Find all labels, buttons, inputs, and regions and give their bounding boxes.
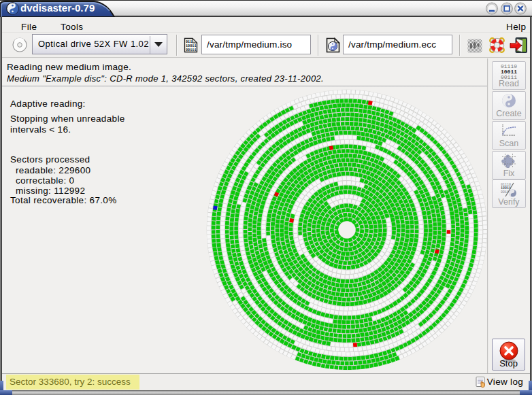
- svg-text:00111: 00111: [186, 48, 197, 52]
